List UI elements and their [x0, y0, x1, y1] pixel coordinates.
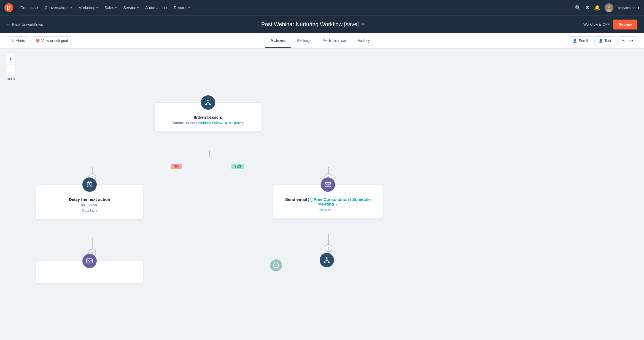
- bottom-email-left-icon: [82, 254, 97, 268]
- svg-point-2: [10, 6, 11, 7]
- toolbar-tabs: Actions Settings Performance History: [74, 34, 566, 48]
- bottom-info-node: [270, 259, 282, 271]
- svg-point-30: [328, 261, 330, 263]
- workflow-canvas: + − 100%: [0, 48, 644, 340]
- zoom-level: 100%: [6, 77, 15, 81]
- zoom-controls: + − 100%: [6, 54, 15, 81]
- nav-sales[interactable]: Sales ▾: [102, 4, 119, 12]
- svg-point-28: [326, 257, 327, 259]
- svg-point-16: [209, 104, 211, 105]
- email-yes-click-rate: 0% click rate: [279, 208, 377, 212]
- chevron-down-icon: ▾: [166, 6, 167, 9]
- avatar[interactable]: [605, 3, 613, 12]
- toolbar-right: 👤 Enroll 👤 Test More ▾: [568, 36, 637, 45]
- tab-history[interactable]: History: [352, 34, 376, 48]
- svg-point-14: [207, 100, 209, 101]
- svg-point-4: [607, 5, 610, 8]
- back-arrow-icon: ←: [7, 22, 10, 27]
- nav-marketing[interactable]: Marketing ▾: [76, 4, 101, 12]
- chevron-down-icon: ▾: [631, 39, 633, 43]
- top-navigation: Contacts ▾ Conversations ▾ Marketing ▾ S…: [0, 0, 644, 15]
- tab-settings[interactable]: Settings: [291, 34, 317, 48]
- toolbar: ⚠ Alerts 🎯 View or edit goal Actions Set…: [0, 33, 644, 48]
- goal-icon: 🎯: [35, 39, 40, 43]
- nav-reports[interactable]: Reports ▾: [171, 4, 193, 12]
- branch-node-icon: [201, 95, 215, 110]
- add-button-email-bottom[interactable]: +: [325, 244, 332, 252]
- email-yes-node-title: Send email [*] Free Consultation / Sched…: [279, 197, 377, 206]
- svg-point-29: [324, 261, 325, 263]
- svg-line-33: [327, 260, 329, 261]
- chevron-down-icon: ▾: [37, 6, 38, 9]
- chevron-down-icon: ▾: [188, 6, 190, 9]
- enroll-button[interactable]: 👤 Enroll: [568, 36, 592, 45]
- svg-line-18: [206, 102, 208, 104]
- branch-node-subtitle: Contact opened Webinar Follow-Up #1 [sav…: [160, 121, 256, 125]
- more-button[interactable]: More ▾: [617, 36, 637, 45]
- svg-rect-23: [325, 182, 331, 187]
- branch-no-label: NO: [171, 164, 182, 169]
- branch-node-title: If/then branch:: [160, 115, 256, 120]
- test-button[interactable]: 👤 Test: [594, 36, 615, 45]
- chevron-down-icon: ▾: [115, 6, 117, 9]
- hubspot-logo[interactable]: [4, 3, 13, 12]
- workflow-status: Workflow is OFF: [583, 22, 610, 26]
- delay-node-subtitle: for 2 days.: [42, 203, 138, 207]
- chevron-down-icon: ▾: [638, 6, 640, 10]
- email-yes-node-link[interactable]: [*] Free Consultation / Schedule Meeting: [308, 197, 371, 206]
- bottom-branch-right-icon: [320, 253, 334, 267]
- svg-rect-24: [87, 259, 93, 263]
- external-link-icon: ↗: [335, 203, 338, 206]
- zoom-in-button[interactable]: +: [6, 54, 15, 64]
- zoom-out-button[interactable]: −: [6, 65, 15, 75]
- tab-performance[interactable]: Performance: [317, 34, 352, 48]
- delay-node[interactable]: Delay the next action for 2 days. 0 cont…: [36, 177, 143, 185]
- review-button[interactable]: Review: [613, 20, 637, 29]
- notifications-icon[interactable]: 🔔: [594, 5, 600, 11]
- tab-actions[interactable]: Actions: [265, 34, 291, 48]
- edit-icon[interactable]: ✏: [362, 22, 365, 27]
- search-icon[interactable]: 🔍: [575, 5, 581, 11]
- workflow-title-area: Post Webinar Nurturing Workflow [save] ✏: [43, 21, 583, 28]
- chevron-down-icon: ▾: [137, 6, 139, 9]
- svg-line-32: [325, 260, 327, 261]
- nav-service[interactable]: Service ▾: [120, 4, 141, 12]
- email-yes-node[interactable]: Send email [*] Free Consultation / Sched…: [273, 177, 383, 185]
- branch-node[interactable]: If/then branch: Contact opened Webinar F…: [154, 95, 262, 102]
- branch-yes-label: YES: [231, 164, 244, 169]
- bottom-email-node-left[interactable]: [36, 254, 143, 261]
- svg-line-19: [208, 102, 210, 104]
- nav-contacts[interactable]: Contacts ▾: [18, 4, 41, 12]
- alert-icon: ⚠: [11, 39, 14, 43]
- svg-point-27: [276, 264, 276, 265]
- branch-node-link[interactable]: Webinar Follow-Up #1 [save].: [198, 121, 245, 125]
- nav-conversations[interactable]: Conversations ▾: [42, 4, 75, 12]
- svg-point-0: [4, 3, 13, 12]
- workflow-actions: Workflow is OFF Review: [583, 20, 637, 29]
- email-yes-node-icon: [321, 177, 335, 192]
- delay-node-icon: [82, 177, 97, 192]
- delay-node-title: Delay the next action: [42, 197, 138, 202]
- bottom-branch-node-right: [320, 253, 334, 267]
- workflow-header: ← Back to workflows Post Webinar Nurturi…: [0, 15, 644, 33]
- account-label[interactable]: biglytics.net ▾: [618, 6, 640, 10]
- chevron-down-icon: ▾: [96, 6, 98, 9]
- back-to-workflows-button[interactable]: ← Back to workflows: [7, 22, 43, 27]
- test-icon: 👤: [599, 39, 603, 43]
- alerts-button[interactable]: ⚠ Alerts: [7, 36, 29, 45]
- workflow-title: Post Webinar Nurturing Workflow [save]: [261, 21, 359, 28]
- enroll-icon: 👤: [573, 39, 577, 43]
- settings-icon[interactable]: ⚙: [585, 5, 590, 11]
- svg-point-15: [205, 104, 207, 105]
- delay-node-contacts: 0 contacts: [42, 209, 138, 212]
- nav-automation[interactable]: Automation ▾: [142, 4, 170, 12]
- chevron-down-icon: ▾: [71, 6, 72, 9]
- info-icon-circle: [270, 259, 282, 271]
- view-goal-button[interactable]: 🎯 View or edit goal: [31, 36, 72, 45]
